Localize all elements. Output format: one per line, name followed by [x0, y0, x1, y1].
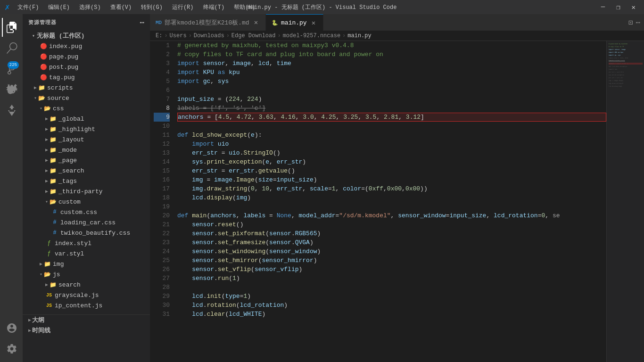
chevron-icon: ▶ — [45, 178, 48, 184]
tab-close-main-py[interactable]: ✕ — [310, 18, 317, 28]
code-line-27: sensor . run ( 1 ) — [177, 274, 606, 283]
minimize-button[interactable]: ─ — [597, 1, 609, 13]
file-twikoo-css[interactable]: # twikoo_beautify.css — [23, 228, 150, 238]
folder-mode[interactable]: ▶ 📁 _mode — [23, 145, 150, 155]
file-index-pug[interactable]: 🔴 index.pug — [23, 41, 150, 51]
menu-view[interactable]: 查看(V) — [107, 2, 136, 12]
file-index-styl[interactable]: ƒ index.styl — [23, 238, 150, 248]
folder-icon: 📁 — [49, 147, 57, 154]
code-content[interactable]: # generated by maixhub, tested on maixpy… — [173, 41, 606, 362]
folder-icon: 📂 — [38, 95, 45, 102]
tab-md[interactable]: MD 部署kmodel模型至K210板.md ✕ — [150, 14, 266, 31]
file-loading-car-css[interactable]: # loading_car.css — [23, 217, 150, 228]
section-outline[interactable]: ▶ 大纲 — [23, 315, 150, 325]
code-num: 3.12 — [406, 113, 421, 122]
more-actions-icon[interactable]: ⋯ — [636, 18, 640, 27]
code-punc: . — [214, 274, 218, 283]
code-punc: , — [251, 59, 258, 68]
menu-select[interactable]: 选择(S) — [75, 2, 105, 12]
code-num: 224 — [229, 95, 239, 104]
menu-file[interactable]: 文件(F) — [14, 2, 43, 12]
close-button[interactable]: ✕ — [628, 1, 639, 13]
maximize-button[interactable]: ❐ — [612, 1, 624, 13]
folder-page[interactable]: ▶ 📁 _page — [23, 155, 150, 165]
code-op: = — [240, 292, 244, 301]
code-punc: , — [398, 113, 406, 122]
folder-label: scripts — [47, 84, 73, 91]
activity-settings[interactable] — [2, 339, 21, 358]
folder-scripts[interactable]: ▶ 📁 scripts — [23, 82, 150, 93]
section-timeline[interactable]: ▶ 时间线 — [23, 325, 150, 336]
chevron-icon: ▶ — [34, 85, 37, 90]
folder-css[interactable]: ▾ 📂 css — [23, 103, 150, 114]
file-grayscale-js[interactable]: JS grayscale.js — [23, 290, 150, 300]
code-punc: . — [255, 166, 258, 175]
folder-js-search[interactable]: ▶ 📁 search — [23, 280, 150, 290]
folder-img[interactable]: ▶ 📁 img — [23, 259, 150, 269]
breadcrumb-part[interactable]: Users — [170, 33, 187, 39]
activity-source-control[interactable]: 225 — [2, 59, 21, 78]
activity-account[interactable] — [2, 319, 21, 337]
code-fn: set_vflip — [218, 265, 251, 274]
breadcrumb-part[interactable]: Edge Download — [231, 33, 276, 39]
breadcrumb-part[interactable]: main.py — [347, 33, 371, 39]
activity-search[interactable] — [2, 39, 21, 58]
code-num: 3.0 — [303, 113, 314, 122]
folder-label: source — [47, 95, 69, 102]
code-punc: ) — [310, 238, 314, 247]
code-keyword: import — [192, 140, 214, 148]
code-punc: ) — [247, 193, 251, 202]
file-tag-pug[interactable]: 🔴 tag.pug — [23, 72, 150, 82]
folder-search[interactable]: ▶ 📁 _search — [23, 165, 150, 176]
file-label: twikoo_beautify.css — [60, 230, 130, 237]
breadcrumb-part[interactable]: E: — [156, 33, 162, 39]
folder-layout[interactable]: ▶ 📁 _layout — [23, 134, 150, 145]
activity-explorer[interactable] — [2, 18, 21, 37]
folder-third-party[interactable]: ▶ 📁 _third-party — [23, 186, 150, 197]
file-custom-css[interactable]: # custom.css — [23, 207, 150, 217]
file-ip-content-js[interactable]: JS ip_content.js — [23, 300, 150, 311]
folder-source[interactable]: ▾ 📂 source — [23, 93, 150, 103]
menu-terminal[interactable]: 终端(T) — [199, 2, 229, 12]
code-punc: ( — [232, 193, 236, 202]
code-var: img — [192, 175, 203, 184]
menu-edit[interactable]: 编辑(E) — [44, 2, 74, 12]
code-punc: , — [269, 157, 277, 166]
activity-debug[interactable] — [2, 80, 21, 99]
code-fn: draw_string — [206, 184, 247, 193]
chevron-icon: ▶ — [45, 189, 48, 194]
breadcrumb-part[interactable]: model-9257.nncase — [283, 33, 340, 39]
code-var: labels — [243, 211, 265, 220]
folder-tags[interactable]: ▶ 📁 _tags — [23, 176, 150, 186]
pug-icon: 🔴 — [40, 64, 47, 71]
breadcrumb-part[interactable]: Downloads — [194, 33, 224, 39]
workspace-label[interactable]: ▾ 无标题 (工作区) — [23, 31, 150, 41]
new-file-icon[interactable]: ⋯ — [140, 18, 144, 27]
folder-icon: 📁 — [49, 157, 57, 164]
file-label: custom.css — [60, 209, 97, 216]
code-keyword: import — [177, 68, 199, 77]
tab-close-md[interactable]: ✕ — [252, 17, 260, 27]
menu-goto[interactable]: 转到(G) — [137, 2, 166, 12]
folder-js[interactable]: ▾ 📂 js — [23, 269, 150, 280]
code-punc: () — [236, 220, 244, 229]
menu-run[interactable]: 运行(R) — [168, 2, 198, 12]
code-punc: ) — [299, 265, 303, 274]
code-punc: )) — [420, 184, 428, 193]
code-text — [199, 77, 203, 86]
code-num: 0x00 — [405, 184, 420, 193]
code-line-6 — [177, 86, 606, 95]
split-editor-icon[interactable]: ⊡ — [628, 18, 633, 27]
folder-custom[interactable]: ▾ 📂 custom — [23, 197, 150, 207]
code-line-30: lcd . rotation ( lcd_rotation ) — [177, 301, 606, 310]
file-var-styl[interactable]: ƒ var.styl — [23, 248, 150, 259]
folder-global[interactable]: ▶ 📁 _global — [23, 114, 150, 124]
code-var: lcd — [192, 301, 203, 310]
folder-highlight[interactable]: ▶ 📁 _highlight — [23, 124, 150, 134]
code-var: sensor — [192, 274, 214, 283]
file-post-pug[interactable]: 🔴 post.pug — [23, 62, 150, 72]
code-var: img — [192, 184, 203, 193]
file-page-pug[interactable]: 🔴 page.pug — [23, 51, 150, 62]
activity-extensions[interactable] — [2, 101, 21, 120]
tab-main-py[interactable]: 🐍 main.py ✕ — [266, 14, 323, 31]
